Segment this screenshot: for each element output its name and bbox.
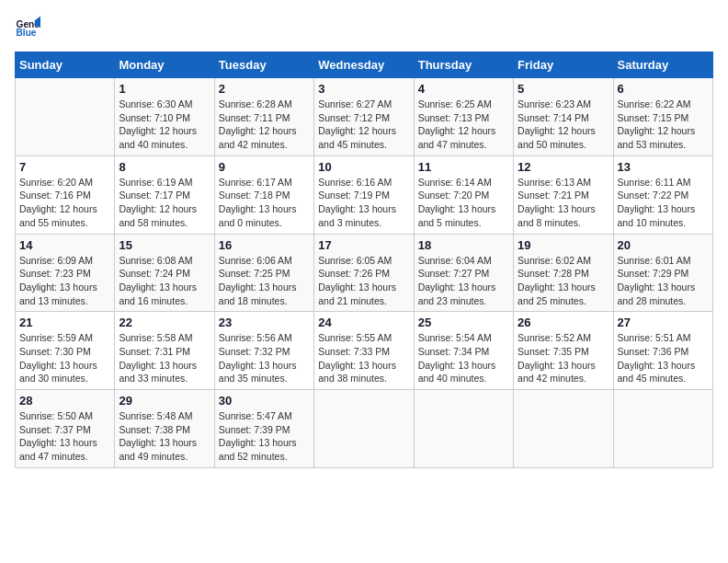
day-info: Sunrise: 6:13 AMSunset: 7:21 PMDaylight:…	[518, 176, 609, 230]
day-number: 17	[318, 238, 409, 252]
day-number: 11	[418, 160, 509, 174]
calendar-cell	[314, 390, 414, 468]
day-number: 23	[219, 316, 310, 329]
day-number: 25	[418, 316, 509, 329]
column-header-thursday: Thursday	[414, 52, 513, 78]
calendar-cell: 8Sunrise: 6:19 AMSunset: 7:17 PMDaylight…	[115, 155, 214, 234]
calendar-week-row: 14Sunrise: 6:09 AMSunset: 7:23 PMDayligh…	[16, 234, 713, 312]
day-number: 6	[618, 82, 709, 96]
day-number: 7	[19, 160, 110, 174]
day-info: Sunrise: 6:28 AMSunset: 7:11 PMDaylight:…	[219, 98, 310, 152]
day-info: Sunrise: 5:54 AMSunset: 7:34 PMDaylight:…	[418, 331, 509, 385]
day-info: Sunrise: 5:59 AMSunset: 7:30 PMDaylight:…	[19, 331, 110, 385]
day-info: Sunrise: 6:25 AMSunset: 7:13 PMDaylight:…	[418, 98, 509, 152]
calendar-cell: 1Sunrise: 6:30 AMSunset: 7:10 PMDaylight…	[115, 78, 214, 156]
day-number: 9	[219, 160, 310, 174]
day-info: Sunrise: 5:50 AMSunset: 7:37 PMDaylight:…	[19, 409, 110, 464]
calendar-table: SundayMondayTuesdayWednesdayThursdayFrid…	[15, 52, 713, 468]
logo: General Blue	[15, 15, 44, 40]
day-info: Sunrise: 5:58 AMSunset: 7:31 PMDaylight:…	[119, 331, 210, 385]
calendar-cell	[613, 390, 712, 468]
day-info: Sunrise: 6:04 AMSunset: 7:27 PMDaylight:…	[418, 254, 509, 308]
day-number: 14	[19, 238, 110, 252]
day-number: 13	[618, 160, 709, 174]
calendar-cell: 10Sunrise: 6:16 AMSunset: 7:19 PMDayligh…	[314, 155, 414, 234]
day-info: Sunrise: 6:01 AMSunset: 7:29 PMDaylight:…	[618, 254, 709, 308]
day-info: Sunrise: 6:27 AMSunset: 7:12 PMDaylight:…	[318, 98, 409, 152]
column-header-tuesday: Tuesday	[214, 52, 313, 78]
column-header-saturday: Saturday	[613, 52, 712, 78]
day-info: Sunrise: 6:17 AMSunset: 7:18 PMDaylight:…	[219, 176, 310, 230]
day-number: 15	[119, 238, 210, 252]
day-number: 4	[418, 82, 509, 96]
calendar-cell: 24Sunrise: 5:55 AMSunset: 7:33 PMDayligh…	[314, 312, 414, 390]
column-header-monday: Monday	[115, 52, 214, 78]
day-info: Sunrise: 5:48 AMSunset: 7:38 PMDaylight:…	[119, 409, 210, 464]
day-number: 2	[219, 82, 310, 96]
day-number: 27	[618, 316, 709, 329]
day-info: Sunrise: 6:09 AMSunset: 7:23 PMDaylight:…	[19, 254, 110, 308]
day-number: 10	[318, 160, 409, 174]
day-number: 1	[119, 82, 210, 96]
calendar-cell: 13Sunrise: 6:11 AMSunset: 7:22 PMDayligh…	[613, 155, 712, 234]
day-number: 3	[318, 82, 409, 96]
day-number: 24	[318, 316, 409, 329]
calendar-cell: 29Sunrise: 5:48 AMSunset: 7:38 PMDayligh…	[115, 390, 214, 468]
calendar-cell: 7Sunrise: 6:20 AMSunset: 7:16 PMDaylight…	[16, 155, 115, 234]
day-number: 21	[19, 316, 110, 329]
day-info: Sunrise: 5:55 AMSunset: 7:33 PMDaylight:…	[318, 331, 409, 385]
day-number: 8	[119, 160, 210, 174]
column-header-sunday: Sunday	[16, 52, 115, 78]
calendar-cell: 20Sunrise: 6:01 AMSunset: 7:29 PMDayligh…	[613, 234, 712, 312]
calendar-cell: 15Sunrise: 6:08 AMSunset: 7:24 PMDayligh…	[115, 234, 214, 312]
calendar-cell: 28Sunrise: 5:50 AMSunset: 7:37 PMDayligh…	[16, 390, 115, 468]
day-info: Sunrise: 5:47 AMSunset: 7:39 PMDaylight:…	[219, 409, 310, 464]
day-info: Sunrise: 6:14 AMSunset: 7:20 PMDaylight:…	[418, 176, 509, 230]
day-info: Sunrise: 5:51 AMSunset: 7:36 PMDaylight:…	[618, 331, 709, 385]
day-number: 30	[219, 394, 310, 408]
calendar-week-row: 7Sunrise: 6:20 AMSunset: 7:16 PMDaylight…	[16, 155, 713, 234]
calendar-cell: 12Sunrise: 6:13 AMSunset: 7:21 PMDayligh…	[514, 155, 613, 234]
calendar-cell: 23Sunrise: 5:56 AMSunset: 7:32 PMDayligh…	[214, 312, 313, 390]
calendar-cell: 21Sunrise: 5:59 AMSunset: 7:30 PMDayligh…	[16, 312, 115, 390]
calendar-cell	[414, 390, 513, 468]
day-number: 5	[518, 82, 609, 96]
calendar-cell: 6Sunrise: 6:22 AMSunset: 7:15 PMDaylight…	[613, 78, 712, 156]
calendar-cell	[514, 390, 613, 468]
day-number: 29	[119, 394, 210, 408]
day-number: 20	[618, 238, 709, 252]
calendar-cell: 18Sunrise: 6:04 AMSunset: 7:27 PMDayligh…	[414, 234, 513, 312]
day-number: 19	[518, 238, 609, 252]
calendar-cell: 25Sunrise: 5:54 AMSunset: 7:34 PMDayligh…	[414, 312, 513, 390]
logo-icon: General Blue	[15, 15, 40, 40]
day-number: 18	[418, 238, 509, 252]
calendar-cell: 16Sunrise: 6:06 AMSunset: 7:25 PMDayligh…	[214, 234, 313, 312]
day-number: 28	[19, 394, 110, 408]
day-number: 26	[518, 316, 609, 329]
day-info: Sunrise: 5:52 AMSunset: 7:35 PMDaylight:…	[518, 331, 609, 385]
day-info: Sunrise: 6:30 AMSunset: 7:10 PMDaylight:…	[119, 98, 210, 152]
calendar-cell: 30Sunrise: 5:47 AMSunset: 7:39 PMDayligh…	[214, 390, 313, 468]
day-info: Sunrise: 6:22 AMSunset: 7:15 PMDaylight:…	[618, 98, 709, 152]
page-header: General Blue	[15, 15, 713, 40]
day-info: Sunrise: 6:16 AMSunset: 7:19 PMDaylight:…	[318, 176, 409, 230]
day-info: Sunrise: 5:56 AMSunset: 7:32 PMDaylight:…	[219, 331, 310, 385]
calendar-cell: 3Sunrise: 6:27 AMSunset: 7:12 PMDaylight…	[314, 78, 414, 156]
day-info: Sunrise: 6:08 AMSunset: 7:24 PMDaylight:…	[119, 254, 210, 308]
day-number: 12	[518, 160, 609, 174]
day-info: Sunrise: 6:19 AMSunset: 7:17 PMDaylight:…	[119, 176, 210, 230]
calendar-cell: 4Sunrise: 6:25 AMSunset: 7:13 PMDaylight…	[414, 78, 513, 156]
calendar-cell: 17Sunrise: 6:05 AMSunset: 7:26 PMDayligh…	[314, 234, 414, 312]
calendar-week-row: 28Sunrise: 5:50 AMSunset: 7:37 PMDayligh…	[16, 390, 713, 468]
calendar-cell: 11Sunrise: 6:14 AMSunset: 7:20 PMDayligh…	[414, 155, 513, 234]
calendar-cell: 26Sunrise: 5:52 AMSunset: 7:35 PMDayligh…	[514, 312, 613, 390]
column-header-wednesday: Wednesday	[314, 52, 414, 78]
day-info: Sunrise: 6:20 AMSunset: 7:16 PMDaylight:…	[19, 176, 110, 230]
calendar-cell: 5Sunrise: 6:23 AMSunset: 7:14 PMDaylight…	[514, 78, 613, 156]
day-info: Sunrise: 6:02 AMSunset: 7:28 PMDaylight:…	[518, 254, 609, 308]
day-info: Sunrise: 6:11 AMSunset: 7:22 PMDaylight:…	[618, 176, 709, 230]
calendar-week-row: 1Sunrise: 6:30 AMSunset: 7:10 PMDaylight…	[16, 78, 713, 156]
day-number: 22	[119, 316, 210, 329]
day-info: Sunrise: 6:23 AMSunset: 7:14 PMDaylight:…	[518, 98, 609, 152]
calendar-cell: 2Sunrise: 6:28 AMSunset: 7:11 PMDaylight…	[214, 78, 313, 156]
